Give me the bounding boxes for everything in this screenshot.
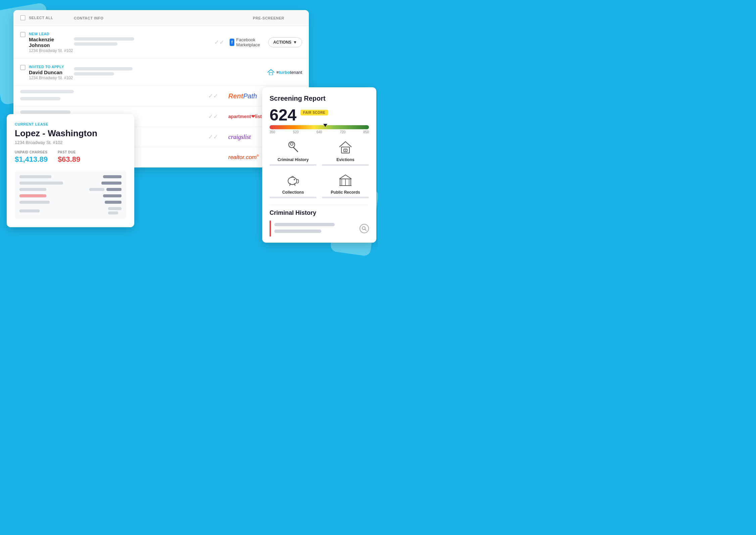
unpaid-charges-label: UNPAID CHARGES <box>15 150 48 154</box>
past-due-block: PAST DUE $63.89 <box>58 150 80 164</box>
evictions-icon <box>337 139 354 155</box>
criminal-bar-1 <box>274 223 335 226</box>
evictions-bar <box>322 164 369 166</box>
public-records-label: Public Records <box>331 190 360 195</box>
lead2-info: INVITED TO APPLY David Duncan 1234 Broad… <box>29 65 73 80</box>
score-row: 624 FAIR SCORE <box>270 107 369 123</box>
collections-label: Collections <box>282 190 304 195</box>
house-lock-icon <box>338 140 353 154</box>
score-badge: FAIR SCORE <box>300 110 328 115</box>
lead2-contact-bar2 <box>74 72 114 76</box>
score-gauge: 350 520 640 720 850 <box>270 125 369 134</box>
gauge-label-720: 720 <box>340 130 345 134</box>
lead2-status: INVITED TO APPLY <box>29 65 73 69</box>
mini-row-2 <box>19 182 122 185</box>
mini-bar-5a <box>19 201 50 204</box>
lead2-actions: ≡turbotenant <box>235 69 302 75</box>
rentpath-check: ✓✓ <box>201 92 225 100</box>
mini-bar-6b-group <box>108 207 122 214</box>
lead2-name: David Duncan <box>29 69 73 75</box>
criminal-history-bar <box>270 164 317 166</box>
criminal-history-section: Criminal History <box>270 204 369 237</box>
leads-table-header: SELECT ALL CONTACT INFO PRE-SCREENER <box>13 10 309 26</box>
lead1-select: NEW LEAD Mackenzie Johnson 1234 Broadway… <box>20 31 74 53</box>
mini-row-5 <box>19 201 122 204</box>
category-evictions[interactable]: Evictions <box>322 139 369 166</box>
mini-bar-1b <box>103 175 122 178</box>
category-collections[interactable]: Collections <box>270 171 317 198</box>
unpaid-charges-value: $1,413.89 <box>15 155 48 164</box>
mini-bar-4b <box>103 194 122 197</box>
lead2-contact <box>74 67 235 77</box>
gauge-pointer <box>323 124 327 127</box>
criminal-history-row <box>270 221 369 237</box>
category-public-records[interactable]: Public Records <box>322 171 369 198</box>
mini-bar-3b-group <box>89 188 122 191</box>
collections-icon <box>285 171 301 188</box>
criminal-bars <box>274 223 356 235</box>
lease-label: CURRENT LEASE <box>15 122 126 126</box>
lead1-address: 1234 Broadway St. #102 <box>29 48 74 53</box>
collections-bar <box>270 197 317 198</box>
contact-info-label: CONTACT INFO <box>74 16 103 20</box>
mini-bar-2a <box>19 182 63 185</box>
craigslist-checkmark-icon: ✓✓ <box>208 133 218 141</box>
lead1-source-name: Facebook Marketplace <box>236 37 263 47</box>
criminal-history-section-title: Criminal History <box>270 209 369 216</box>
gauge-label-640: 640 <box>317 130 322 134</box>
apartment-list-logo: apartment❤list <box>228 114 262 119</box>
public-records-bar <box>322 197 369 198</box>
lead1-name: Mackenzie Johnson <box>29 37 74 48</box>
select-all-column: SELECT ALL <box>20 15 74 20</box>
lead-row-1: NEW LEAD Mackenzie Johnson 1234 Broadway… <box>13 26 309 59</box>
facebook-icon: f <box>230 39 234 46</box>
lead1-actions: ✓✓ f Facebook Marketplace ACTIONS ▼ <box>235 37 302 47</box>
magnify-person-icon <box>286 140 300 154</box>
criminal-history-label: Criminal History <box>278 157 309 162</box>
past-due-value: $63.89 <box>58 155 80 164</box>
lead1-checkbox[interactable] <box>20 32 26 37</box>
svg-point-10 <box>294 179 295 180</box>
criminal-history-icon <box>285 139 301 155</box>
lead2-checkbox[interactable] <box>20 65 26 70</box>
lead1-source: f Facebook Marketplace <box>230 37 263 47</box>
mini-row-4 <box>19 194 122 197</box>
gauge-bar <box>270 125 369 129</box>
mini-row-3 <box>19 188 122 191</box>
aptlist-bar1 <box>20 110 70 114</box>
mini-bar-3c <box>106 188 122 191</box>
lease-mini-table <box>15 171 126 219</box>
screening-report-title: Screening Report <box>270 95 369 102</box>
svg-point-3 <box>293 147 294 148</box>
category-criminal-history[interactable]: Criminal History <box>270 139 317 166</box>
gauge-label-850: 850 <box>363 130 369 134</box>
contact-info-column: CONTACT INFO <box>74 15 235 21</box>
gauge-label-520: 520 <box>293 130 299 134</box>
lease-card: CURRENT LEASE Lopez - Washington 1234 Br… <box>7 114 134 227</box>
lead1-checkmark-icon: ✓✓ <box>214 39 224 46</box>
criminal-search-icon[interactable] <box>360 224 369 233</box>
screening-card: Screening Report 624 FAIR SCORE 350 520 … <box>262 87 376 243</box>
mini-bar-2b <box>101 182 122 185</box>
mini-bar-6a <box>19 209 40 212</box>
mini-row-6 <box>19 207 122 214</box>
lease-address: 1234 Broadway St. #102 <box>15 140 126 145</box>
lead1-status: NEW LEAD <box>29 32 74 36</box>
craigslist-check: ✓✓ <box>201 133 225 141</box>
piggy-bank-icon <box>286 172 300 187</box>
rentpath-bar2 <box>20 97 60 100</box>
public-records-icon <box>337 171 354 188</box>
lead1-contact-bar2 <box>74 42 117 46</box>
report-categories: Criminal History Evictions <box>270 139 369 198</box>
courthouse-icon <box>338 172 353 187</box>
select-all-checkbox[interactable] <box>20 15 26 20</box>
mini-bar-5b <box>105 201 122 204</box>
select-all-label: SELECT ALL <box>29 16 53 20</box>
lead1-actions-button[interactable]: ACTIONS ▼ <box>268 37 302 47</box>
mini-row-1 <box>19 175 122 178</box>
mini-bar-3b <box>89 188 104 191</box>
criminal-indicator-bar <box>270 221 271 237</box>
svg-rect-0 <box>269 72 273 75</box>
svg-line-18 <box>365 229 366 231</box>
mini-bar-3a <box>19 188 46 191</box>
